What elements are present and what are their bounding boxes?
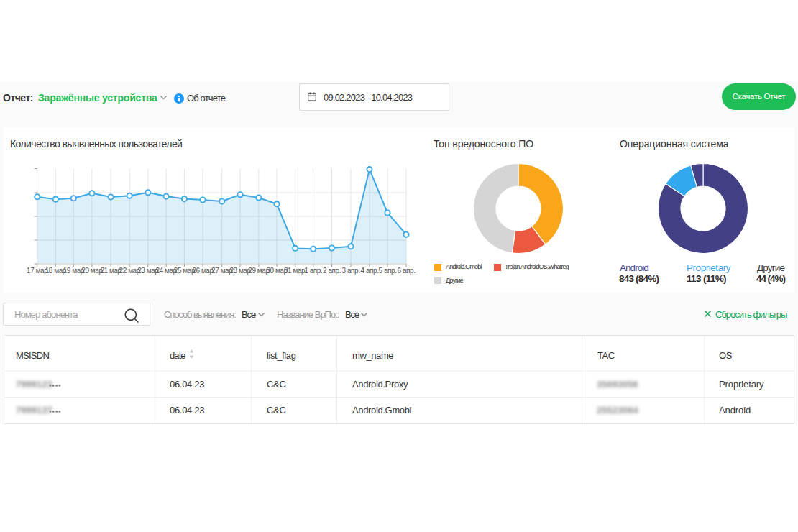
svg-text:1 апр.: 1 апр. — [304, 267, 322, 275]
svg-text:26 мар: 26 мар — [192, 267, 214, 275]
svg-text:4 апр.: 4 апр. — [361, 267, 379, 275]
svg-text:2 апр.: 2 апр. — [323, 267, 341, 275]
svg-text:5 апр.: 5 апр. — [379, 267, 397, 275]
svg-text:3 апр.: 3 апр. — [342, 267, 360, 275]
svg-text:6 апр.: 6 апр. — [398, 267, 416, 275]
svg-text:31 мар.: 31 мар. — [284, 267, 307, 275]
